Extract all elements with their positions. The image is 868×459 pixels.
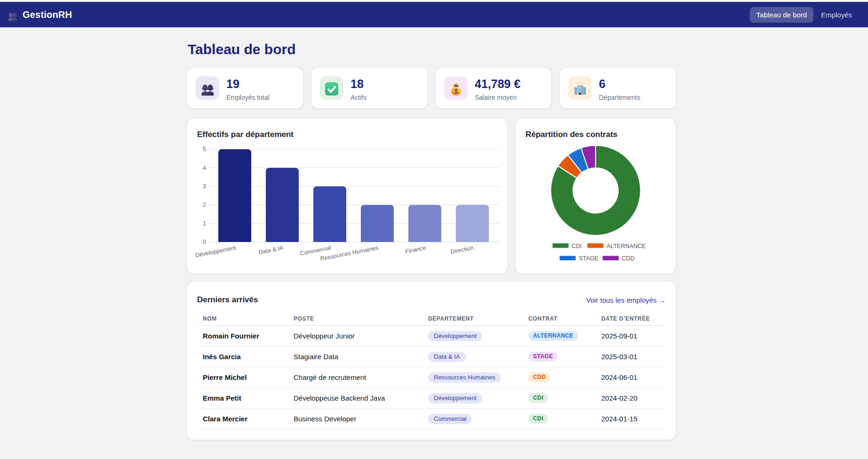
svg-text:Data & IA: Data & IA: [258, 244, 284, 256]
svg-text:Finance: Finance: [405, 244, 426, 255]
svg-text:Développement: Développement: [195, 244, 237, 259]
svg-text:$: $: [454, 87, 458, 95]
svg-text:STAGE: STAGE: [579, 255, 598, 262]
svg-text:CDI: CDI: [572, 243, 582, 250]
svg-text:CDD: CDD: [622, 255, 635, 262]
svg-text:4: 4: [203, 165, 206, 171]
svg-text:1: 1: [203, 220, 206, 227]
svg-text:Direction: Direction: [450, 244, 474, 255]
svg-text:ALTERNANCE: ALTERNANCE: [607, 243, 646, 250]
svg-text:0: 0: [203, 239, 206, 245]
svg-text:3: 3: [203, 183, 206, 190]
svg-text:5: 5: [203, 146, 206, 153]
svg-text:2: 2: [203, 201, 206, 208]
